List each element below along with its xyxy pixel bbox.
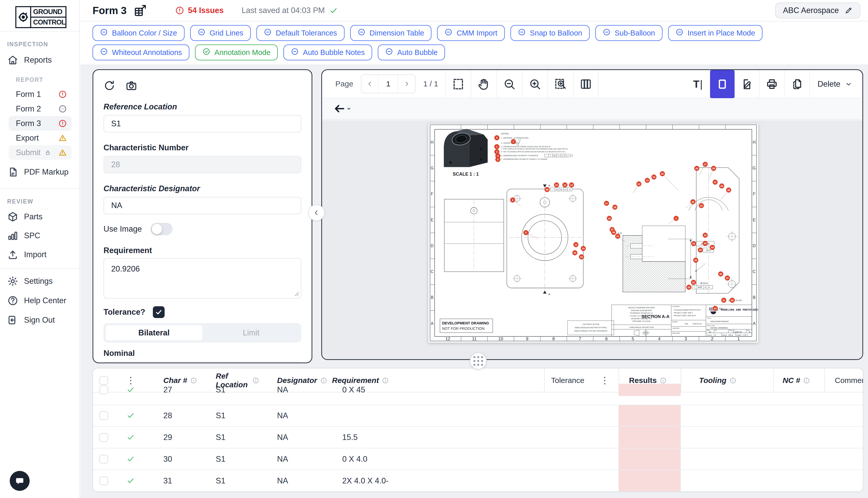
resize-handle-icon[interactable] bbox=[294, 291, 299, 297]
nominal-input[interactable] bbox=[104, 362, 301, 363]
row-checkbox[interactable] bbox=[99, 433, 108, 442]
chip-whiteout-annotations[interactable]: Whiteout Annotations bbox=[93, 44, 189, 60]
info-icon[interactable] bbox=[730, 377, 736, 384]
tab-bilateral[interactable]: Bilateral bbox=[105, 325, 203, 341]
row-checkbox[interactable] bbox=[99, 476, 108, 485]
refresh-icon[interactable] bbox=[104, 80, 115, 92]
sidebar-item-sign-out[interactable]: Sign Out bbox=[7, 313, 75, 327]
page-number-input[interactable]: 1 bbox=[378, 75, 398, 93]
marquee-select-icon[interactable] bbox=[445, 70, 471, 98]
cell-requirement[interactable]: 0 X 4.0 bbox=[314, 455, 544, 464]
panel-collapse-button[interactable] bbox=[308, 205, 325, 221]
chip-dimension-table[interactable]: Dimension Table bbox=[350, 25, 432, 41]
balloon-annotation: 44 bbox=[710, 245, 715, 250]
info-icon[interactable] bbox=[803, 377, 810, 384]
chip-snap-to-balloon[interactable]: Snap to Balloon bbox=[510, 25, 590, 41]
cell-requirement[interactable]: 15.5 bbox=[314, 433, 544, 442]
cell-results[interactable] bbox=[618, 427, 681, 448]
export-table-icon[interactable] bbox=[134, 4, 147, 17]
chip-label: Default Tolerances bbox=[276, 29, 337, 37]
chip-auto-bubble-notes[interactable]: Auto Bubble Notes bbox=[283, 44, 372, 60]
cell-results[interactable] bbox=[618, 405, 681, 426]
sidebar-item-submit[interactable]: Submit bbox=[9, 145, 71, 160]
chip-insert-in-place-mode[interactable]: Insert in Place Mode bbox=[668, 25, 762, 41]
cell-requirement[interactable]: 2X 4.0 X 4.0- bbox=[314, 476, 544, 485]
next-page-button[interactable] bbox=[398, 75, 415, 93]
rectangle-tool-button[interactable] bbox=[710, 70, 735, 98]
requirement-textarea[interactable]: 20.9206 bbox=[104, 258, 301, 299]
sidebar-item-export[interactable]: Export bbox=[9, 131, 71, 145]
info-icon[interactable] bbox=[252, 377, 259, 384]
text-tool-button[interactable]: T| bbox=[685, 70, 710, 98]
edit-annotation-icon[interactable] bbox=[735, 70, 759, 98]
sidebar-item-label: Export bbox=[16, 133, 39, 143]
camera-icon[interactable] bbox=[125, 80, 137, 92]
drawing-sheet[interactable]: HHGGFFEEDDCCBBAA121110987654321 SCALE 1 … bbox=[428, 123, 758, 343]
pan-hand-icon[interactable] bbox=[471, 70, 496, 98]
sidebar-item-form-1[interactable]: Form 1 bbox=[9, 87, 71, 102]
info-icon[interactable] bbox=[660, 377, 667, 384]
column-menu-icon[interactable]: ⋮ bbox=[600, 376, 609, 385]
select-all-checkbox[interactable] bbox=[99, 376, 108, 385]
section-report: REPORT bbox=[16, 76, 79, 83]
sidebar-item-import[interactable]: Import bbox=[7, 248, 75, 262]
table-drag-handle[interactable] bbox=[470, 353, 487, 369]
table-row[interactable]: 31S1NA2X 4.0 X 4.0- bbox=[93, 470, 863, 492]
sidebar-item-form-2[interactable]: Form 2 bbox=[9, 102, 71, 116]
table-row[interactable]: 28S1NA20.9206 bbox=[93, 405, 863, 427]
minus-circle-icon bbox=[100, 48, 108, 57]
chip-default-tolerances[interactable]: Default Tolerances bbox=[256, 25, 345, 41]
zoom-out-icon[interactable] bbox=[496, 70, 522, 98]
table-row[interactable]: 29S1NA15.5 bbox=[93, 427, 863, 448]
cell-char: 29 bbox=[145, 433, 198, 442]
svg-text:MODELING AND PROTOTYPING: MODELING AND PROTOTYPING bbox=[721, 308, 758, 311]
row-checkbox[interactable] bbox=[99, 385, 108, 394]
pdf-canvas[interactable]: HHGGFFEEDDCCBBAA121110987654321 SCALE 1 … bbox=[322, 120, 863, 359]
print-icon[interactable] bbox=[760, 70, 784, 98]
info-icon[interactable] bbox=[190, 377, 197, 384]
chip-sub-balloon[interactable]: Sub-Balloon bbox=[595, 25, 663, 41]
zoom-in-icon[interactable] bbox=[522, 70, 547, 98]
sidebar-item-settings[interactable]: Settings bbox=[7, 274, 75, 288]
chip-label: Annotation Mode bbox=[214, 48, 270, 57]
copy-page-icon[interactable] bbox=[785, 70, 809, 98]
chip-annotation-mode[interactable]: Annotation Mode bbox=[195, 44, 278, 60]
marquee-zoom-icon[interactable] bbox=[547, 70, 573, 98]
svg-text:2: 2 bbox=[496, 150, 497, 153]
delete-dropdown[interactable]: Delete bbox=[810, 79, 859, 89]
cell-results[interactable] bbox=[618, 384, 681, 396]
sidebar-item-reports[interactable]: Reports bbox=[7, 53, 75, 67]
use-image-toggle[interactable] bbox=[150, 223, 173, 235]
row-checkbox[interactable] bbox=[99, 411, 108, 420]
cell-requirement[interactable]: 0 X 45 bbox=[314, 385, 544, 394]
table-row[interactable]: 27S1NA0 X 45 bbox=[93, 392, 863, 405]
table-row[interactable]: 30S1NA0 X 4.0 bbox=[93, 448, 863, 470]
column-menu-icon[interactable]: ⋮ bbox=[126, 376, 135, 385]
sidebar-item-pdf-markup[interactable]: PDF Markup bbox=[7, 165, 75, 179]
chip-cmm-import[interactable]: CMM Import bbox=[437, 25, 505, 41]
tolerance-checkbox[interactable] bbox=[153, 306, 164, 318]
row-checkbox[interactable] bbox=[99, 455, 108, 463]
sidebar-item-form-3[interactable]: Form 3 bbox=[9, 116, 71, 131]
balloon-annotation: 34 bbox=[712, 306, 718, 311]
reference-location-input[interactable]: S1 bbox=[104, 115, 301, 132]
info-icon[interactable] bbox=[382, 377, 389, 384]
sidebar-item-parts[interactable]: Parts bbox=[7, 210, 75, 224]
characteristic-designator-input[interactable]: NA bbox=[104, 197, 301, 214]
chat-bubble-button[interactable] bbox=[10, 471, 30, 491]
sidebar-item-spc[interactable]: SPC bbox=[7, 228, 75, 243]
back-arrow-button[interactable] bbox=[333, 103, 352, 115]
chip-grid-lines[interactable]: Grid Lines bbox=[190, 25, 251, 41]
two-page-view-icon[interactable] bbox=[573, 70, 599, 98]
chip-auto-bubble[interactable]: Auto Bubble bbox=[378, 44, 445, 60]
prev-page-button[interactable] bbox=[361, 75, 378, 93]
company-button[interactable]: ABC Aerospace bbox=[775, 2, 860, 18]
chip-balloon-color-size[interactable]: Balloon Color / Size bbox=[93, 25, 185, 41]
cell-results[interactable] bbox=[618, 470, 681, 492]
svg-text:DRAWN: DRAWN bbox=[672, 321, 678, 323]
issues-badge[interactable]: 54 Issues bbox=[175, 6, 224, 15]
cell-results[interactable] bbox=[618, 448, 681, 470]
sidebar-item-help-center[interactable]: Help Center bbox=[7, 293, 75, 308]
tab-limit[interactable]: Limit bbox=[203, 325, 299, 341]
chip-label: Insert in Place Mode bbox=[687, 29, 755, 37]
